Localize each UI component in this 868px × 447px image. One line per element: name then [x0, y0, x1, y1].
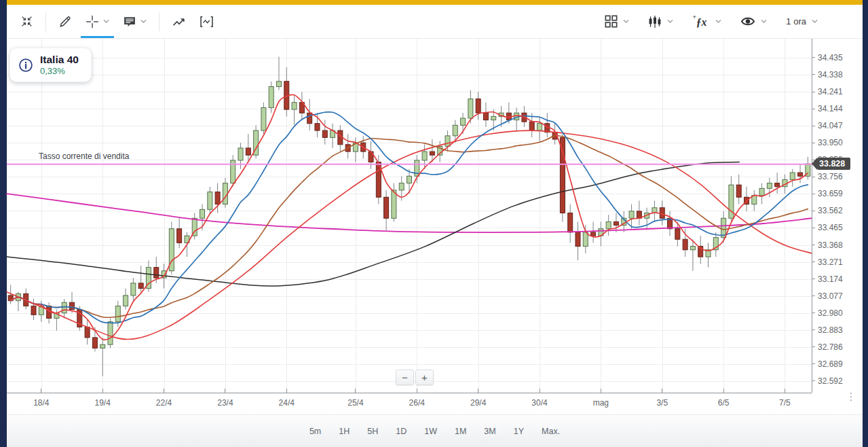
axis-menu-dots-icon[interactable]: ⋮ [845, 391, 857, 403]
toolbar-separator [159, 12, 159, 31]
svg-text:32.786: 32.786 [818, 342, 843, 352]
timeframe-1d[interactable]: 1D [387, 423, 415, 440]
price-badge-arrow-icon [812, 158, 817, 170]
chevron-down-icon [761, 19, 767, 24]
bracket-wave-icon [200, 16, 214, 28]
indicators-button[interactable]: + ƒx [692, 14, 721, 29]
comment-icon [123, 16, 136, 28]
ma-brown [11, 135, 808, 317]
timeframe-bar: 5m 1H 5H 1D 1W 1M 3M 1Y Max. [7, 414, 863, 447]
trendline-tool-button[interactable] [165, 5, 193, 38]
svg-text:34.241: 34.241 [818, 87, 843, 96]
instrument-text-block: Italia 40 0,33% [40, 53, 79, 77]
svg-text:34.435: 34.435 [818, 53, 843, 62]
svg-text:7/5: 7/5 [779, 398, 791, 408]
info-icon [18, 58, 33, 73]
svg-text:33.465: 33.465 [818, 223, 843, 232]
svg-text:mag: mag [593, 398, 609, 408]
toolbar-separator [45, 12, 46, 31]
svg-text:33.950: 33.950 [818, 138, 843, 147]
time-axis[interactable]: 18/419/422/423/424/425/426/429/430/4mag3… [33, 389, 791, 408]
ma-long-magenta [7, 194, 812, 232]
chevron-down-icon [623, 19, 629, 24]
timeframe-1m[interactable]: 1M [446, 423, 475, 440]
timeframe-1w[interactable]: 1W [415, 423, 446, 440]
chart-toolbar: + ƒx 1 ora [7, 5, 863, 39]
svg-text:32.883: 32.883 [818, 325, 843, 335]
svg-text:18/4: 18/4 [33, 398, 50, 408]
zoom-in-button[interactable]: + [415, 370, 434, 385]
svg-text:6/5: 6/5 [718, 398, 730, 408]
svg-text:33.659: 33.659 [818, 189, 843, 198]
instrument-change-badge: 0,33% [40, 66, 79, 77]
timeframe-1h[interactable]: 1H [330, 423, 358, 440]
timeframe-5m[interactable]: 5m [301, 423, 330, 440]
ma-long-black [7, 162, 739, 287]
eye-icon [740, 16, 755, 27]
chart-type-button[interactable] [648, 15, 673, 29]
price-chart[interactable]: 34.43534.33834.24134.14434.04733.95033.8… [0, 0, 868, 414]
svg-text:26/4: 26/4 [409, 398, 426, 408]
pencil-icon [58, 15, 72, 29]
ma-fast-red [11, 94, 808, 340]
candles[interactable] [8, 57, 810, 376]
svg-text:34.144: 34.144 [818, 104, 843, 113]
crosshair-icon [86, 15, 99, 29]
crosshair-tool-button[interactable] [79, 5, 116, 38]
current-price-badge: 33.828 [812, 158, 850, 170]
svg-text:22/4: 22/4 [156, 398, 172, 408]
toolbar-right-group: + ƒx 1 ora [586, 5, 818, 38]
ma-blue [11, 112, 808, 323]
trading-platform-screen: 34.43534.33834.24134.14434.04733.95033.8… [0, 0, 868, 447]
svg-text:33.174: 33.174 [818, 274, 843, 284]
collapse-arrows-icon [20, 15, 33, 28]
pattern-tool-button[interactable] [193, 5, 221, 38]
collapse-button[interactable] [14, 5, 40, 38]
svg-text:32.980: 32.980 [818, 308, 843, 318]
chevron-down-icon [812, 19, 818, 24]
price-badge-value: 33.828 [817, 158, 850, 170]
svg-text:33.562: 33.562 [818, 206, 843, 215]
svg-text:23/4: 23/4 [217, 398, 233, 408]
svg-text:33.368: 33.368 [818, 240, 843, 250]
visibility-button[interactable] [740, 16, 767, 27]
svg-text:19/4: 19/4 [95, 398, 111, 408]
svg-text:33.077: 33.077 [818, 291, 843, 301]
svg-text:ƒx: ƒx [696, 16, 707, 28]
svg-text:32.592: 32.592 [818, 376, 843, 386]
fx-function-icon: + ƒx [692, 14, 710, 29]
grid-layout-icon [605, 15, 618, 28]
candlestick-icon [648, 15, 662, 29]
annotation-tool-button[interactable] [116, 5, 153, 38]
timeframe-3m[interactable]: 3M [475, 423, 504, 440]
chevron-down-icon [667, 19, 673, 24]
zoom-controls: − + [396, 370, 434, 385]
chevron-down-icon [715, 19, 721, 24]
ma-long-red [7, 130, 812, 339]
interval-label: 1 ora [786, 16, 806, 26]
layout-grid-button[interactable] [605, 15, 629, 28]
timeframe-max[interactable]: Max. [533, 423, 569, 440]
instrument-name: Italia 40 [40, 53, 79, 66]
svg-text:32.689: 32.689 [818, 359, 843, 369]
trend-arrow-icon [172, 16, 186, 28]
timeframe-1y[interactable]: 1Y [505, 423, 533, 440]
svg-text:34.047: 34.047 [818, 121, 843, 130]
svg-text:3/5: 3/5 [656, 398, 668, 408]
instrument-info-pill[interactable]: Italia 40 0,33% [10, 48, 92, 82]
draw-tool-button[interactable] [52, 5, 79, 38]
chevron-down-icon [140, 19, 147, 24]
svg-text:30/4: 30/4 [531, 398, 548, 408]
price-axis[interactable]: 34.43534.33834.24134.14434.04733.95033.8… [812, 53, 843, 386]
toolbar-left-group [14, 5, 221, 38]
sell-rate-label: Tasso corrente di vendita [39, 151, 129, 161]
chevron-down-icon [103, 19, 109, 24]
interval-selector[interactable]: 1 ora [786, 16, 818, 26]
timeframe-5h[interactable]: 5H [358, 423, 387, 440]
svg-text:33.271: 33.271 [818, 257, 843, 267]
svg-text:34.338: 34.338 [818, 70, 843, 79]
svg-text:33.756: 33.756 [818, 172, 843, 181]
svg-text:25/4: 25/4 [347, 398, 364, 408]
zoom-out-button[interactable]: − [396, 370, 414, 385]
svg-text:24/4: 24/4 [279, 398, 295, 408]
